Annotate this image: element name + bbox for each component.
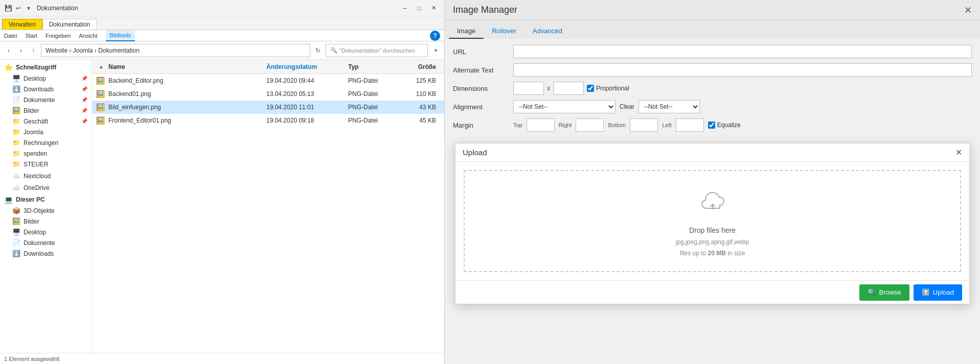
margin-top-label: Top (513, 122, 522, 128)
file-row-selected[interactable]: 🖼️ Bild_einfuegen.png 19.04.2020 11:01 P… (92, 101, 444, 114)
file-date-2: 19.04.2020 11:01 (266, 104, 348, 111)
sidebar-item-onedrive[interactable]: ☁️ OneDrive (0, 182, 92, 193)
tab-image[interactable]: Image (449, 24, 484, 39)
browse-button[interactable]: 🔍 Browse (859, 284, 909, 301)
file-row[interactable]: 🖼️ Backend01.png 13.04.2020 05:13 PNG-Da… (92, 87, 444, 101)
margin-right-input[interactable] (576, 118, 604, 132)
desktop-pc-icon: 🖥️ (12, 228, 20, 236)
image-manager-title: Image Manager (453, 5, 517, 15)
ribbon-start[interactable]: Start (26, 33, 37, 39)
title-bar-icons: 💾 ↩ ▾ (4, 4, 33, 12)
onedrive-section: ☁️ OneDrive (0, 182, 92, 193)
file-row[interactable]: 🖼️ Backend_Editor.png 19.04.2020 09:44 P… (92, 74, 444, 87)
search-dropdown[interactable]: ▾ (430, 45, 441, 56)
forward-button[interactable]: › (15, 45, 27, 56)
upload-size: files up to 20 MB in size (680, 250, 745, 257)
sidebar-item-joomla[interactable]: 📁 Joomla (0, 127, 92, 137)
sidebar-item-desktop-pc[interactable]: 🖥️ Desktop (0, 227, 92, 237)
sidebar-item-desktop[interactable]: 🖥️ Desktop 📌 (0, 73, 92, 84)
alignment-select[interactable]: --Not Set-- (513, 100, 616, 113)
width-input[interactable] (513, 82, 544, 95)
sidebar-item-bilder-pc[interactable]: 🖼️ Bilder (0, 216, 92, 227)
file-date-1: 13.04.2020 05:13 (266, 90, 348, 98)
margin-left-input[interactable] (676, 118, 704, 132)
maximize-button[interactable]: □ (413, 3, 426, 14)
alt-text-label: Alternate Text (453, 66, 509, 74)
file-name-1: Backend01.png (108, 90, 266, 98)
address-path[interactable]: Website › Joomla › Dokumentation (41, 44, 310, 57)
this-pc-header[interactable]: 💻 Dieser PC (0, 194, 92, 205)
quick-access-toolbar-more[interactable]: ▾ (25, 4, 33, 12)
url-input[interactable] (513, 45, 972, 58)
sidebar-item-steuer[interactable]: 📁 STEUER (0, 159, 92, 169)
sidebar-item-rechnungen[interactable]: 📁 Rechnungen (0, 137, 92, 148)
sidebar-item-downloads-pc[interactable]: ⬇️ Downloads (0, 248, 92, 259)
file-icon-2: 🖼️ (96, 103, 106, 111)
upload-close-button[interactable]: ✕ (955, 148, 962, 157)
ribbon-bildtools[interactable]: Bildtools (106, 30, 135, 41)
margin-bottom-input[interactable] (630, 118, 658, 132)
quick-access-header[interactable]: ⭐ Schnellzugriff (0, 62, 92, 73)
sidebar-item-dokumente[interactable]: 📄 Dokumente 📌 (0, 94, 92, 105)
file-name-3: Frontend_Editor01.png (108, 117, 266, 124)
clear-select[interactable]: --Not Set-- (639, 100, 700, 113)
upload-button[interactable]: ⬆️ Upload (914, 284, 962, 301)
bilder-icon: 🖼️ (12, 107, 20, 114)
image-manager-close[interactable]: ✕ (964, 5, 972, 16)
this-pc-section: 💻 Dieser PC 📦 3D-Objekte 🖼️ Bilder 🖥️ De… (0, 194, 92, 259)
col-type[interactable]: Typ (348, 63, 399, 70)
status-text: 1 Element ausgewählt (4, 356, 59, 362)
file-size-3: 45 KB (399, 117, 440, 124)
tab-verwalten[interactable]: Verwalten (2, 19, 42, 30)
minimize-button[interactable]: ─ (398, 3, 412, 14)
search-box[interactable]: 🔍 "Dokumentation" durchsuchen (326, 44, 428, 57)
proportional-wrap: Proportional (587, 85, 629, 92)
ribbon-datei[interactable]: Datei (4, 33, 17, 39)
sidebar-item-spenden[interactable]: 📁 spenden (0, 148, 92, 159)
alt-text-input[interactable] (513, 63, 972, 77)
upload-dropzone[interactable]: Drop files here jpg,jpeg,png,apng,gif,we… (464, 170, 961, 272)
folder-joomla-icon: 📁 (12, 128, 20, 136)
status-bar: 1 Element ausgewählt (0, 353, 444, 364)
height-input[interactable] (553, 82, 584, 95)
back-button[interactable]: ‹ (3, 45, 14, 56)
file-list-header: ▲ Name Änderungsdatum Typ Größe (92, 60, 444, 74)
file-name-0: Backend_Editor.png (108, 77, 266, 84)
ribbon-ansicht[interactable]: Ansicht (79, 33, 97, 39)
sidebar-item-geschaeft[interactable]: 📁 Geschäft 📌 (0, 116, 92, 127)
onedrive-icon: ☁️ (12, 184, 20, 191)
margin-top-input[interactable] (527, 118, 555, 132)
col-date[interactable]: Änderungsdatum (266, 63, 348, 70)
quick-access-toolbar-save[interactable]: 💾 (4, 4, 12, 12)
sidebar-item-3d[interactable]: 📦 3D-Objekte (0, 205, 92, 216)
file-row[interactable]: 🖼️ Frontend_Editor01.png 19.04.2020 09:1… (92, 114, 444, 127)
nav-buttons: ‹ › ↑ (3, 45, 39, 56)
dimensions-row: Dimensions x Proportional (453, 82, 972, 95)
equalize-checkbox[interactable] (708, 122, 715, 129)
quick-access-toolbar-undo[interactable]: ↩ (14, 4, 22, 12)
sidebar-item-dokumente-pc[interactable]: 📄 Dokumente (0, 237, 92, 248)
refresh-button[interactable]: ↻ (312, 45, 324, 56)
up-button[interactable]: ↑ (28, 45, 39, 56)
ribbon-freigeben[interactable]: Freigeben (45, 33, 71, 39)
url-row: URL (453, 45, 972, 58)
tab-advanced[interactable]: Advanced (525, 24, 571, 39)
sidebar-item-nextcloud[interactable]: ☁️ Nextcloud (0, 171, 92, 181)
tab-rollover[interactable]: Rollover (484, 24, 525, 39)
upload-cloud-icon (697, 186, 728, 222)
col-size[interactable]: Größe (399, 63, 440, 70)
margin-right-label: Right (559, 122, 572, 128)
proportional-checkbox[interactable] (587, 85, 594, 92)
sidebar-item-downloads[interactable]: ⬇️ Downloads 📌 (0, 84, 92, 94)
help-button[interactable]: ? (430, 31, 440, 41)
margin-row: Margin Top Right Bottom Left Equalize (453, 118, 972, 132)
ribbon-content: Datei Start Freigeben Ansicht Bildtools … (0, 30, 444, 41)
download-icon: ⬇️ (12, 85, 20, 93)
search-placeholder: "Dokumentation" durchsuchen (339, 47, 415, 54)
col-name[interactable]: Name (106, 63, 266, 70)
tab-dokumentation[interactable]: Dokumentation (42, 19, 97, 30)
margin-label: Margin (453, 122, 509, 129)
sidebar-item-bilder[interactable]: 🖼️ Bilder 📌 (0, 105, 92, 116)
search-icon: 🔍 (330, 47, 337, 54)
close-button[interactable]: ✕ (427, 3, 440, 14)
